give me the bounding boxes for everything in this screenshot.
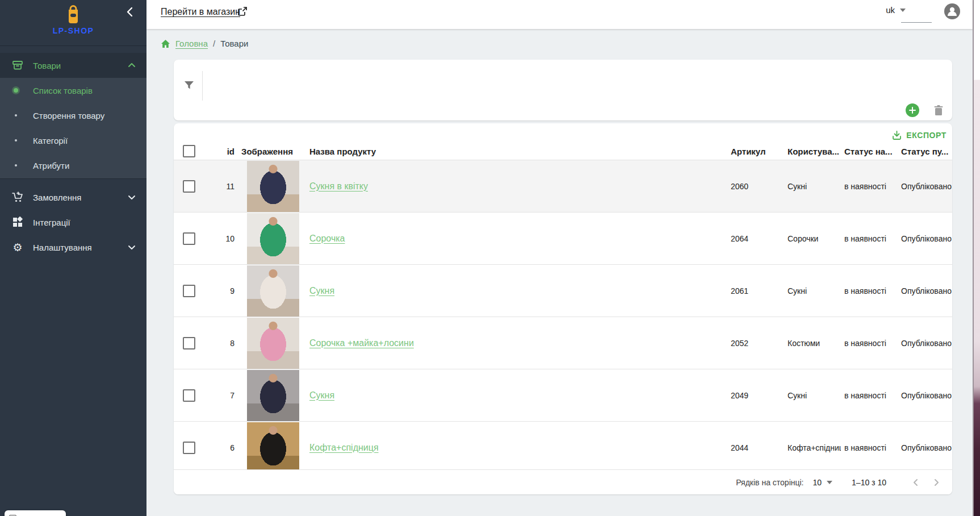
row-image-cell <box>238 318 306 369</box>
row-image-cell <box>238 370 306 421</box>
breadcrumb-separator: / <box>213 39 215 48</box>
row-sku: 2044 <box>727 443 784 452</box>
product-name-link[interactable]: Сорочка +майка+лосини <box>309 338 414 348</box>
chevron-down-icon <box>127 243 136 252</box>
sidebar-item-settings[interactable]: ⚙ Налаштування <box>0 235 146 260</box>
cart-plus-icon <box>11 191 24 203</box>
table-pagination: Рядків на сторінці: 10 1–10 з 10 <box>174 469 952 494</box>
filter-funnel-button[interactable] <box>182 78 196 93</box>
table-row: 8Сорочка +майка+лосини2052Костюмив наявн… <box>174 317 952 369</box>
product-photo <box>247 265 299 317</box>
filter-divider <box>202 71 203 101</box>
funnel-icon <box>184 81 194 90</box>
rows-per-page-select[interactable]: 10 <box>813 478 833 487</box>
product-name-link[interactable]: Сорочка <box>309 234 345 243</box>
download-icon <box>892 131 902 140</box>
pagination-range-label: 1–10 з 10 <box>852 478 886 487</box>
sidebar-item-orders[interactable]: Замовлення <box>0 185 146 210</box>
row-category: Кофта+спідниц <box>784 443 841 452</box>
sidebar-item-products[interactable]: Товари <box>0 53 146 78</box>
column-header-6: Статус пу... <box>898 147 952 156</box>
sidebar-collapse-button[interactable] <box>124 6 136 18</box>
gear-icon: ⚙ <box>11 241 24 253</box>
row-sku: 2064 <box>727 234 784 243</box>
export-label: ЕКСПОРТ <box>906 131 947 140</box>
product-photo <box>247 161 299 212</box>
caret-down-icon <box>900 9 906 12</box>
filter-card <box>174 60 952 120</box>
bullet-icon <box>15 164 17 167</box>
row-sku: 2061 <box>727 286 784 296</box>
sidebar-item-label: Категорії <box>33 136 68 145</box>
header-bar: Перейти в магазин uk <box>146 0 973 29</box>
chevron-down-icon <box>127 193 136 202</box>
chevron-right-icon <box>932 478 940 486</box>
sidebar-item-product-list[interactable]: Список товарів <box>0 78 146 103</box>
row-checkbox[interactable] <box>183 337 195 349</box>
product-name-link[interactable]: Сукня <box>309 390 334 400</box>
bullet-icon <box>14 88 18 93</box>
external-link-icon <box>237 6 248 16</box>
column-header-2: Назва продукту <box>306 147 727 156</box>
row-category: Сукні <box>784 391 841 400</box>
breadcrumb: Головна / Товари <box>161 39 248 48</box>
row-sku: 2049 <box>727 391 784 400</box>
products-box-icon <box>11 59 24 72</box>
sidebar-item-integrations[interactable]: Інтеграції <box>0 210 146 235</box>
add-product-button[interactable] <box>906 103 919 117</box>
row-select-cell <box>174 180 203 193</box>
logo-text: LP-SHOP <box>0 26 146 35</box>
widgets-icon <box>11 216 24 228</box>
select-all-checkbox[interactable] <box>183 145 195 157</box>
row-publish-status: Опубліковано <box>898 182 952 191</box>
breadcrumb-home-link[interactable]: Головна <box>175 39 208 48</box>
table-row: 11Сукня в квітку2060Сукнів наявностіОпуб… <box>174 160 952 212</box>
row-stock-status: в наявності <box>841 234 898 243</box>
language-select[interactable]: uk <box>886 5 906 15</box>
product-name-link[interactable]: Сукня <box>309 286 334 296</box>
row-select-cell <box>174 285 203 297</box>
account-avatar-button[interactable] <box>944 3 960 19</box>
sidebar-item-categories[interactable]: Категорії <box>0 128 146 153</box>
row-checkbox[interactable] <box>183 442 195 454</box>
sidebar-item-attributes[interactable]: Атрибути <box>0 153 146 178</box>
export-button[interactable]: ЕКСПОРТ <box>892 128 947 143</box>
sidebar-item-label: Список товарів <box>33 86 93 95</box>
row-id: 11 <box>203 182 238 191</box>
caret-down-icon <box>827 481 832 484</box>
row-image-cell <box>238 422 306 473</box>
table-row: 10Сорочка2064Сорочкив наявностіОпубліков… <box>174 212 952 264</box>
row-name-cell: Сукня <box>306 286 727 296</box>
delete-selected-button[interactable] <box>932 103 945 117</box>
rows-per-page-value: 10 <box>813 478 822 487</box>
row-publish-status: Опубліковано <box>898 391 952 400</box>
product-name-link[interactable]: Кофта+спідниця <box>309 443 379 452</box>
row-id: 9 <box>203 286 238 296</box>
row-checkbox[interactable] <box>183 180 195 193</box>
row-id: 8 <box>203 339 238 348</box>
row-id: 10 <box>203 234 238 243</box>
product-name-link[interactable]: Сукня в квітку <box>309 181 368 191</box>
go-to-store-link[interactable]: Перейти в магазин <box>161 7 240 17</box>
row-stock-status: в наявності <box>841 339 898 348</box>
sidebar-item-create-product[interactable]: Створення товару <box>0 103 146 128</box>
row-stock-status: в наявності <box>841 443 898 452</box>
row-checkbox[interactable] <box>183 285 195 297</box>
row-publish-status: Опубліковано <box>898 234 952 243</box>
previous-page-button[interactable] <box>908 475 924 490</box>
row-name-cell: Сорочка <box>306 234 727 244</box>
row-checkbox[interactable] <box>183 389 195 402</box>
home-icon <box>161 39 170 48</box>
row-category: Костюми <box>784 339 841 348</box>
column-header-3: Артикул <box>727 147 784 156</box>
row-category: Сорочки <box>784 234 841 243</box>
row-checkbox[interactable] <box>183 232 195 245</box>
bottom-left-popup[interactable] <box>5 510 66 516</box>
row-name-cell: Сукня <box>306 390 727 401</box>
sidebar: LP-SHOP Товари Список товарів Створення … <box>0 0 146 516</box>
row-image-cell <box>238 161 306 212</box>
sidebar-logo-area: LP-SHOP <box>0 0 146 46</box>
language-value: uk <box>886 5 895 15</box>
sidebar-divider <box>0 178 146 179</box>
next-page-button[interactable] <box>928 475 944 490</box>
